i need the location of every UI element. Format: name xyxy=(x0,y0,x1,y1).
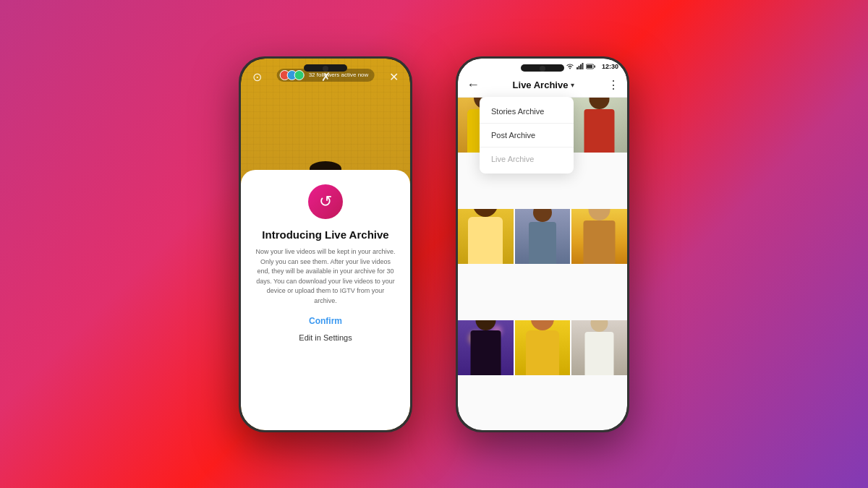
right-phone: 12:30 ← Live Archive ▾ ⋮ Stories Archive… xyxy=(456,56,629,432)
settings-icon[interactable]: ⊙ xyxy=(252,70,262,84)
live-top-bar: ⊙ 32 followers active now ✗ ✕ xyxy=(241,59,410,90)
dialog-title: Introducing Live Archive xyxy=(262,228,388,242)
person-photo-5 xyxy=(524,209,561,265)
flash-off-icon[interactable]: ✗ xyxy=(321,70,331,84)
battery-icon xyxy=(586,64,596,69)
dialog-body: Now your live videos will be kept in you… xyxy=(255,247,396,306)
phone-camera xyxy=(323,66,328,72)
dropdown-post-archive[interactable]: Post Archive xyxy=(480,124,574,147)
time-display: 12:30 xyxy=(602,63,618,70)
close-icon[interactable]: ✕ xyxy=(389,70,399,84)
person-photo-9 xyxy=(579,320,619,376)
grid-cell-3[interactable] xyxy=(571,98,627,153)
dropdown-stories-archive[interactable]: Stories Archive xyxy=(480,100,574,124)
history-icon: ↺ xyxy=(319,192,332,211)
follower-count-text: 32 followers active now xyxy=(309,72,369,78)
right-phone-screen: 12:30 ← Live Archive ▾ ⋮ Stories Archive… xyxy=(458,59,627,430)
dialog-icon: ↺ xyxy=(308,184,343,219)
person-photo-3 xyxy=(579,98,619,153)
live-archive-dialog: ↺ Introducing Live Archive Now your live… xyxy=(241,170,410,430)
svg-rect-1 xyxy=(578,66,579,69)
edit-settings-button[interactable]: Edit in Settings xyxy=(299,333,352,342)
archive-dropdown: Stories Archive Post Archive Live Archiv… xyxy=(480,97,574,174)
archive-header: ← Live Archive ▾ ⋮ Stories Archive Post … xyxy=(458,73,627,98)
svg-rect-2 xyxy=(580,64,582,69)
left-phone: ⊙ 32 followers active now ✗ ✕ xyxy=(239,56,412,432)
grid-cell-4[interactable] xyxy=(458,209,514,265)
avatar-group xyxy=(283,70,305,80)
status-icons xyxy=(566,63,596,69)
svg-rect-3 xyxy=(582,63,583,69)
grid-cell-8[interactable] xyxy=(515,320,571,376)
title-row[interactable]: Live Archive ▾ xyxy=(513,80,575,90)
svg-rect-5 xyxy=(587,65,592,68)
confirm-button[interactable]: Confirm xyxy=(309,316,342,326)
archive-screen: 12:30 ← Live Archive ▾ ⋮ Stories Archive… xyxy=(458,59,627,430)
svg-rect-0 xyxy=(576,67,578,69)
left-phone-screen: ⊙ 32 followers active now ✗ ✕ xyxy=(241,59,410,430)
grid-cell-6[interactable] xyxy=(571,209,627,265)
dropdown-live-archive[interactable]: Live Archive xyxy=(480,147,574,171)
wifi-icon xyxy=(566,63,574,69)
person-photo-4 xyxy=(464,209,507,265)
svg-rect-6 xyxy=(594,65,595,67)
signal-icon xyxy=(576,63,584,69)
phone-camera-2 xyxy=(540,66,545,72)
back-button[interactable]: ← xyxy=(467,77,480,93)
grid-cell-9[interactable] xyxy=(571,320,627,376)
chevron-down-icon: ▾ xyxy=(571,81,574,89)
more-options-button[interactable]: ⋮ xyxy=(608,78,618,92)
person-photo-6 xyxy=(579,209,619,265)
grid-cell-5[interactable] xyxy=(515,209,571,265)
person-photo-8 xyxy=(521,320,564,376)
grid-cell-7[interactable] xyxy=(458,320,514,376)
archive-title: Live Archive xyxy=(513,80,569,90)
avatar-3 xyxy=(294,70,305,80)
person-photo-7 xyxy=(466,320,506,376)
